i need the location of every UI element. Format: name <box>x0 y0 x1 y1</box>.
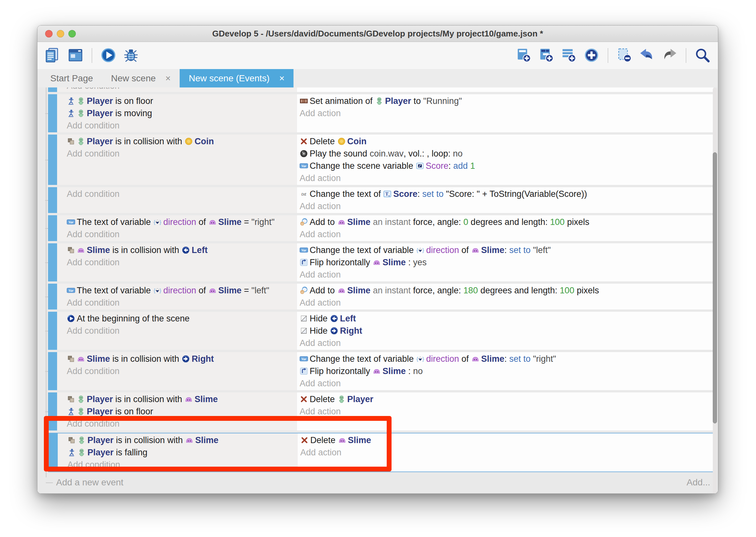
player-icon <box>77 436 86 444</box>
add-new-event-button[interactable]: Add a new event <box>48 477 124 488</box>
event-left-bar[interactable] <box>48 215 57 241</box>
action-line[interactable]: VarChange the text of variable {}directi… <box>300 353 710 365</box>
collision-icon <box>67 436 76 444</box>
add-condition-button[interactable]: Add condition <box>67 256 294 268</box>
condition-line[interactable]: Player is moving <box>67 107 294 119</box>
action-line[interactable]: Delete Coin <box>300 135 710 147</box>
add-condition-button[interactable]: Add condition <box>67 459 294 471</box>
remove-event-button[interactable] <box>615 46 633 65</box>
add-action-button[interactable]: Add action <box>300 228 710 240</box>
add-button[interactable]: Add... <box>687 477 713 488</box>
event-row[interactable]: VarThe text of variable {}direction of S… <box>48 284 713 310</box>
condition-line[interactable]: Player is falling <box>67 446 294 459</box>
add-plus-button[interactable] <box>583 46 601 65</box>
event-left-bar[interactable] <box>48 284 57 310</box>
scrollbar-thumb[interactable] <box>713 152 717 423</box>
add-subevent-button[interactable] <box>537 46 555 65</box>
add-event-button[interactable] <box>515 46 533 65</box>
action-line[interactable]: Add to Slime an instant force, angle: 0 … <box>300 216 710 228</box>
add-action-button[interactable]: Add action <box>300 107 710 119</box>
condition-line[interactable]: Player is in collision with Slime <box>67 393 294 405</box>
condition-line[interactable]: Player is on floor <box>67 95 294 107</box>
action-line[interactable]: Add to Slime an instant force, angle: 18… <box>300 284 710 297</box>
svg-text:{: { <box>416 247 418 253</box>
event-left-bar[interactable] <box>48 312 57 350</box>
undo-button[interactable] <box>638 46 656 65</box>
action-line[interactable]: Hide Left <box>300 312 710 325</box>
event-row[interactable]: Player is on floorPlayer is movingAdd co… <box>48 94 713 132</box>
condition-line[interactable]: At the beginning of the scene <box>67 312 294 325</box>
tab-close-icon[interactable]: × <box>166 74 170 83</box>
action-line[interactable]: Flip horizontally Slime : yes <box>300 256 710 268</box>
event-row[interactable]: Slime is in collision with RightAdd cond… <box>48 352 713 390</box>
event-left-bar[interactable] <box>48 87 57 92</box>
event-row[interactable]: Slime is in collision with LeftAdd condi… <box>48 243 713 281</box>
action-line[interactable]: txtChange the text of TxScore: set to "S… <box>300 188 710 200</box>
action-line[interactable]: Set animation of Player to "Running" <box>300 95 710 107</box>
action-line[interactable]: Delete Player <box>300 393 710 405</box>
event-left-bar[interactable] <box>48 352 57 390</box>
event-row[interactable]: Add conditiontxtChange the text of TxSco… <box>48 187 713 213</box>
scene-editor-button[interactable] <box>66 46 85 65</box>
tab-new-scene-events[interactable]: New scene (Events)× <box>180 69 293 87</box>
add-condition-button[interactable]: Add condition <box>67 188 294 200</box>
tab-start-page[interactable]: Start Page <box>41 69 102 87</box>
condition-line[interactable]: Player is in collision with Coin <box>67 135 294 147</box>
tab-close-icon[interactable]: × <box>279 74 284 83</box>
event-row[interactable]: Player is in collision with CoinAdd cond… <box>48 135 713 185</box>
add-action-button[interactable]: Add action <box>300 297 710 309</box>
add-condition-button[interactable]: Add condition <box>67 119 294 132</box>
action-line[interactable]: Delete Slime <box>300 434 709 446</box>
svg-text:}: } <box>159 287 161 294</box>
condition-line[interactable]: Slime is in collision with Right <box>67 353 294 365</box>
tab-new-scene[interactable]: New scene× <box>102 69 180 87</box>
add-subevent-icon <box>538 47 554 64</box>
event-left-bar[interactable] <box>48 392 57 431</box>
add-comment-button[interactable] <box>560 46 578 65</box>
event-row[interactable]: Player is in collision with SlimePlayer … <box>48 392 713 431</box>
text-segment: is in collision with <box>113 135 184 147</box>
condition-line[interactable]: Slime is in collision with Left <box>67 244 294 256</box>
event-row[interactable]: Player is in collision with SlimePlayer … <box>48 433 713 472</box>
add-action-button[interactable]: Add action <box>300 172 710 184</box>
event-left-bar[interactable] <box>48 187 57 213</box>
project-manager-button[interactable] <box>44 46 62 65</box>
action-line[interactable]: VarChange the scene variable Score: add … <box>300 160 710 172</box>
add-condition-button[interactable]: Add condition <box>67 365 294 377</box>
event-row[interactable]: At the beginning of the sceneAdd conditi… <box>48 312 713 350</box>
action-line[interactable]: Play the sound coin.wav, vol.: , loop: n… <box>300 147 710 160</box>
condition-line[interactable]: VarThe text of variable {}direction of S… <box>67 284 294 297</box>
redo-button[interactable] <box>661 46 679 65</box>
add-action-button[interactable]: Add action <box>300 405 710 418</box>
action-line[interactable]: VarChange the text of variable {}directi… <box>300 244 710 256</box>
add-condition-button[interactable]: Add condition <box>67 147 294 160</box>
condition-line[interactable]: Player is in collision with Slime <box>67 434 294 446</box>
varbox-icon <box>416 162 424 170</box>
structvar-icon: {} <box>416 355 425 363</box>
add-condition-button[interactable]: Add condition <box>67 87 294 92</box>
add-action-button[interactable]: Add action <box>300 200 710 212</box>
condition-line[interactable]: VarThe text of variable {}direction of S… <box>67 216 294 228</box>
condition-line[interactable]: Player is on floor <box>67 405 294 418</box>
event-left-bar[interactable] <box>49 434 58 472</box>
action-line[interactable]: Hide Right <box>300 325 710 337</box>
add-condition-button[interactable]: Add condition <box>67 325 294 337</box>
play-button[interactable] <box>99 46 117 65</box>
add-action-button[interactable]: Add action <box>300 377 710 390</box>
add-action-button[interactable]: Add action <box>300 446 709 459</box>
add-condition-button[interactable]: Add condition <box>67 418 294 430</box>
add-action-button[interactable]: Add action <box>300 268 710 281</box>
event-left-bar[interactable] <box>48 135 57 185</box>
add-condition-button[interactable]: Add condition <box>67 297 294 309</box>
event-row[interactable]: Add condition <box>48 87 713 92</box>
add-action-button[interactable]: Add action <box>300 337 710 349</box>
search-button[interactable] <box>694 46 711 65</box>
event-row[interactable]: VarThe text of variable {}direction of S… <box>48 215 713 241</box>
add-condition-button[interactable]: Add condition <box>67 228 294 240</box>
debug-button[interactable] <box>122 46 140 65</box>
action-line[interactable]: Flip horizontally Slime : no <box>300 365 710 377</box>
text-segment: of <box>459 244 471 256</box>
event-left-bar[interactable] <box>48 243 57 281</box>
event-left-bar[interactable] <box>48 94 57 132</box>
text-segment: Coin <box>347 135 367 147</box>
